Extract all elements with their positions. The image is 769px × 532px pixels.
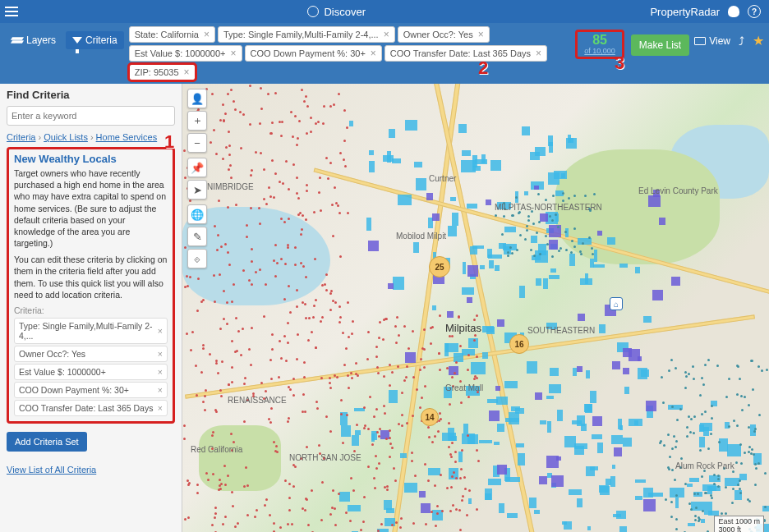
user-icon[interactable] [728, 6, 739, 17]
breadcrumb-criteria[interactable]: Criteria [7, 132, 35, 142]
chip-label: State: California [135, 30, 199, 39]
quick-list-desc1: Target owners who have recently purchase… [14, 167, 168, 249]
criteria-chip[interactable]: Est Value $: 1000000+× [129, 45, 242, 62]
remove-criteria-icon[interactable]: × [158, 403, 163, 413]
star-icon[interactable]: ★ [753, 33, 764, 48]
criteria-chip[interactable]: COO Transfer Date: Last 365 Days× [384, 45, 547, 62]
add-criteria-set-button[interactable]: Add Criteria Set [7, 432, 87, 452]
globe-tool[interactable]: 🌐 [187, 204, 207, 224]
funnel-icon [72, 37, 82, 44]
layers-button[interactable]: Layers [5, 31, 62, 49]
quick-list-panel: New Wealthy Locals Target owners who hav… [7, 147, 175, 424]
map-label: Red California [191, 445, 242, 454]
annotation-3: 3 [615, 53, 624, 74]
criteria-item[interactable]: COO Transfer Date: Last 365 Days× [14, 400, 168, 416]
pin-tool[interactable]: 📌 [187, 158, 207, 177]
criteria-item-label: Type: Single Family,Multi-Family 2-4,... [19, 321, 158, 341]
criteria-chips: State: California×Type: Single Family,Mu… [129, 26, 571, 80]
map-icon [694, 37, 706, 45]
results-subtext: of 10,000 [584, 47, 615, 55]
layers-icon [12, 36, 23, 44]
chip-label: COO Down Payment %: 30+ [251, 48, 366, 58]
map-label: Alum Rock Park [675, 461, 734, 470]
layers-label: Layers [26, 34, 56, 46]
map-label: NORTH SAN JOSE [289, 453, 361, 462]
annotation-2: 2 [478, 57, 488, 79]
remove-criteria-icon[interactable]: × [158, 385, 163, 395]
share-icon[interactable]: ⤴ [739, 34, 744, 48]
map-label: Curtner [429, 174, 456, 183]
map-label: Mobilod Milpit [396, 232, 446, 241]
map-label: MILPITAS-NORTHEASTERN [495, 203, 602, 212]
person-tool[interactable]: 👤 [187, 89, 207, 108]
globe-icon [307, 6, 319, 17]
scale-top: East 1000 m [718, 517, 760, 525]
criteria-chip[interactable]: ZIP: 95035× [129, 64, 196, 80]
criteria-item[interactable]: COO Down Payment %: 30+× [14, 382, 168, 398]
view-button[interactable]: View [694, 35, 730, 47]
criteria-chip[interactable]: COO Down Payment %: 30+× [245, 45, 382, 62]
chip-label: Type: Single Family,Multi-Family 2-4,... [223, 30, 379, 39]
chip-remove-icon[interactable]: × [231, 48, 237, 59]
map-label: Milpitas [445, 322, 481, 334]
chip-remove-icon[interactable]: × [536, 48, 541, 59]
menu-button[interactable] [0, 0, 23, 23]
criteria-item[interactable]: Est Value $: 1000000+× [14, 364, 168, 380]
criteria-item[interactable]: Owner Occ?: Yes× [14, 346, 168, 362]
chip-label: Est Value $: 1000000+ [135, 48, 226, 58]
criteria-item-label: Est Value $: 1000000+ [19, 367, 106, 377]
zoom-in-tool[interactable]: ＋ [187, 111, 207, 131]
chip-remove-icon[interactable]: × [384, 29, 389, 40]
chip-label: Owner Occ?: Yes [403, 30, 473, 39]
hamburger-icon [5, 7, 18, 16]
locate-tool[interactable]: ➤ [187, 180, 207, 200]
map-label: RENAISSANCE [228, 396, 287, 405]
criteria-button[interactable]: Criteria [66, 31, 124, 49]
map-canvas[interactable]: ⌂ 251614 MilpitasCurtnerMobilod MilpitEd… [182, 84, 769, 532]
chip-remove-icon[interactable]: × [371, 48, 376, 59]
criteria-chip[interactable]: State: California× [129, 26, 215, 43]
remove-criteria-icon[interactable]: × [158, 349, 163, 359]
criteria-item-label: COO Transfer Date: Last 365 Days [19, 403, 153, 413]
brand-label: PropertyRadar [650, 6, 720, 18]
draw-tool[interactable]: ✎ [187, 227, 207, 246]
page-title: Discover [23, 6, 650, 18]
criteria-list: Type: Single Family,Multi-Family 2-4,...… [14, 318, 168, 416]
criteria-item-label: COO Down Payment %: 30+ [19, 385, 129, 395]
breadcrumb: Criteria›Quick Lists›Home Services [7, 132, 175, 142]
chip-remove-icon[interactable]: × [204, 29, 210, 40]
view-label: View [709, 35, 730, 47]
quick-list-desc2: You can edit these criteria by clicking … [14, 254, 168, 300]
title-text: Discover [324, 6, 366, 18]
cluster-marker[interactable]: 25 [429, 256, 450, 277]
chip-label: ZIP: 95035 [135, 67, 179, 77]
remove-criteria-icon[interactable]: × [158, 326, 163, 336]
criteria-list-label: Criteria: [14, 305, 168, 315]
home-pin-icon[interactable]: ⌂ [610, 297, 623, 310]
chip-remove-icon[interactable]: × [478, 29, 484, 40]
map-label: SOUTHEASTERN [527, 326, 595, 335]
breadcrumb-quick-lists[interactable]: Quick Lists [44, 132, 88, 142]
map-label: NIMBRIDGE [207, 182, 254, 191]
remove-criteria-icon[interactable]: × [158, 367, 163, 377]
results-count: 85 [592, 34, 607, 47]
scale-bottom: 3000 ft [718, 525, 760, 532]
layers-tool[interactable]: ⟐ [187, 249, 207, 268]
make-list-button[interactable]: Make List [631, 34, 689, 56]
criteria-item[interactable]: Type: Single Family,Multi-Family 2-4,...… [14, 318, 168, 344]
criteria-chip[interactable]: Owner Occ?: Yes× [398, 26, 490, 43]
find-criteria-title: Find Criteria [7, 89, 175, 101]
map-tools: 👤＋−📌➤🌐✎⟐ [187, 89, 207, 268]
map-scale: East 1000 m 3000 ft [714, 516, 764, 532]
chip-remove-icon[interactable]: × [184, 66, 190, 78]
help-icon[interactable]: ? [748, 5, 761, 18]
view-all-criteria-link[interactable]: View List of All Criteria [7, 465, 175, 475]
cluster-marker[interactable]: 16 [509, 334, 529, 354]
criteria-chip[interactable]: Type: Single Family,Multi-Family 2-4,...… [218, 26, 395, 43]
search-input[interactable] [7, 106, 175, 126]
breadcrumb-home-services[interactable]: Home Services [96, 132, 158, 142]
zoom-out-tool[interactable]: − [187, 133, 207, 153]
cluster-marker[interactable]: 14 [421, 408, 439, 426]
map-label: Ed Levin County Park [638, 186, 718, 195]
chip-label: COO Transfer Date: Last 365 Days [390, 48, 531, 58]
